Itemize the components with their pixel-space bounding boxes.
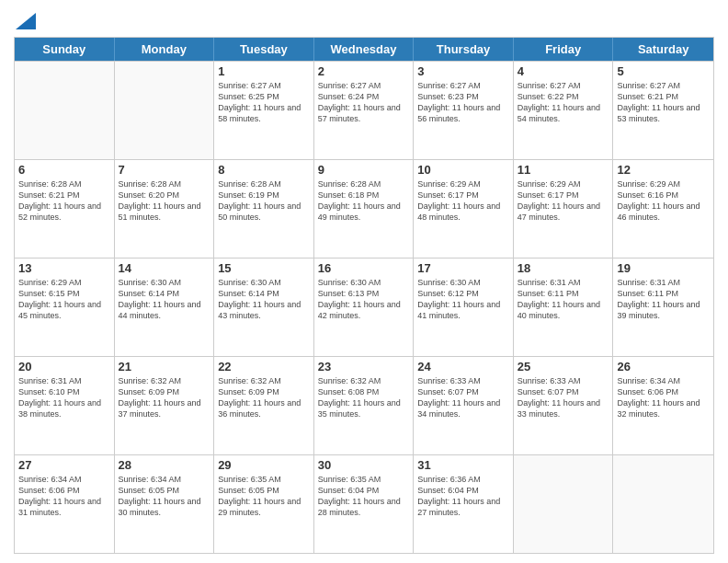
day-info: Sunrise: 6:31 AMSunset: 6:11 PMDaylight:… <box>617 277 710 322</box>
day-info: Sunrise: 6:27 AMSunset: 6:21 PMDaylight:… <box>617 80 710 125</box>
day-info: Sunrise: 6:27 AMSunset: 6:23 PMDaylight:… <box>417 80 509 125</box>
day-number: 9 <box>318 163 410 177</box>
day-number: 17 <box>417 261 509 275</box>
day-number: 29 <box>218 458 310 472</box>
day-header-thursday: Thursday <box>414 38 514 61</box>
calendar-cell: 2Sunrise: 6:27 AMSunset: 6:24 PMDaylight… <box>314 62 415 159</box>
day-header-wednesday: Wednesday <box>314 38 415 61</box>
calendar-cell: 31Sunrise: 6:36 AMSunset: 6:04 PMDayligh… <box>414 455 514 553</box>
day-info: Sunrise: 6:33 AMSunset: 6:07 PMDaylight:… <box>417 375 509 420</box>
day-number: 30 <box>318 458 410 472</box>
calendar-cell: 26Sunrise: 6:34 AMSunset: 6:06 PMDayligh… <box>613 357 713 454</box>
calendar-cell: 6Sunrise: 6:28 AMSunset: 6:21 PMDaylight… <box>15 160 115 258</box>
day-number: 24 <box>417 360 509 373</box>
calendar-cell: 21Sunrise: 6:32 AMSunset: 6:09 PMDayligh… <box>115 357 215 454</box>
calendar: SundayMondayTuesdayWednesdayThursdayFrid… <box>14 37 714 554</box>
day-info: Sunrise: 6:29 AMSunset: 6:17 PMDaylight:… <box>518 178 609 224</box>
day-number: 13 <box>18 261 110 275</box>
day-number: 16 <box>318 261 410 275</box>
day-info: Sunrise: 6:34 AMSunset: 6:05 PMDaylight:… <box>119 474 210 519</box>
calendar-row-3: 20Sunrise: 6:31 AMSunset: 6:10 PMDayligh… <box>15 356 713 454</box>
day-info: Sunrise: 6:29 AMSunset: 6:16 PMDaylight:… <box>617 178 710 224</box>
day-info: Sunrise: 6:29 AMSunset: 6:17 PMDaylight:… <box>417 178 509 224</box>
calendar-cell: 3Sunrise: 6:27 AMSunset: 6:23 PMDaylight… <box>414 62 514 159</box>
calendar-cell: 18Sunrise: 6:31 AMSunset: 6:11 PMDayligh… <box>514 259 614 356</box>
calendar-cell: 14Sunrise: 6:30 AMSunset: 6:14 PMDayligh… <box>115 259 215 356</box>
calendar-cell: 12Sunrise: 6:29 AMSunset: 6:16 PMDayligh… <box>613 160 713 258</box>
day-info: Sunrise: 6:27 AMSunset: 6:24 PMDaylight:… <box>318 80 410 125</box>
day-info: Sunrise: 6:30 AMSunset: 6:13 PMDaylight:… <box>318 277 410 322</box>
calendar-cell: 29Sunrise: 6:35 AMSunset: 6:05 PMDayligh… <box>214 455 314 553</box>
day-number: 18 <box>518 261 609 275</box>
day-number: 21 <box>119 360 210 373</box>
day-number: 27 <box>18 458 110 472</box>
calendar-cell: 8Sunrise: 6:28 AMSunset: 6:19 PMDaylight… <box>214 160 314 258</box>
calendar-cell <box>514 455 614 553</box>
calendar-cell: 28Sunrise: 6:34 AMSunset: 6:05 PMDayligh… <box>115 455 215 553</box>
day-info: Sunrise: 6:28 AMSunset: 6:21 PMDaylight:… <box>18 178 110 224</box>
calendar-cell: 9Sunrise: 6:28 AMSunset: 6:18 PMDaylight… <box>314 160 415 258</box>
day-number: 25 <box>518 360 609 373</box>
page: SundayMondayTuesdayWednesdayThursdayFrid… <box>0 0 728 563</box>
day-number: 22 <box>218 360 310 373</box>
day-info: Sunrise: 6:28 AMSunset: 6:18 PMDaylight:… <box>318 178 410 224</box>
day-info: Sunrise: 6:30 AMSunset: 6:14 PMDaylight:… <box>218 277 310 322</box>
day-info: Sunrise: 6:31 AMSunset: 6:11 PMDaylight:… <box>518 277 609 322</box>
calendar-cell: 23Sunrise: 6:32 AMSunset: 6:08 PMDayligh… <box>314 357 415 454</box>
calendar-row-1: 6Sunrise: 6:28 AMSunset: 6:21 PMDaylight… <box>15 159 713 258</box>
day-info: Sunrise: 6:36 AMSunset: 6:04 PMDaylight:… <box>417 474 509 519</box>
calendar-body: 1Sunrise: 6:27 AMSunset: 6:25 PMDaylight… <box>15 61 713 553</box>
calendar-cell: 11Sunrise: 6:29 AMSunset: 6:17 PMDayligh… <box>514 160 614 258</box>
logo <box>14 9 36 29</box>
day-info: Sunrise: 6:27 AMSunset: 6:22 PMDaylight:… <box>518 80 609 125</box>
calendar-cell: 20Sunrise: 6:31 AMSunset: 6:10 PMDayligh… <box>15 357 115 454</box>
calendar-cell: 27Sunrise: 6:34 AMSunset: 6:06 PMDayligh… <box>15 455 115 553</box>
calendar-cell: 19Sunrise: 6:31 AMSunset: 6:11 PMDayligh… <box>613 259 713 356</box>
calendar-row-0: 1Sunrise: 6:27 AMSunset: 6:25 PMDaylight… <box>15 61 713 159</box>
day-number: 5 <box>617 64 710 78</box>
day-number: 11 <box>518 163 609 177</box>
day-number: 23 <box>318 360 410 373</box>
day-header-sunday: Sunday <box>15 38 115 61</box>
day-number: 10 <box>417 163 509 177</box>
day-info: Sunrise: 6:30 AMSunset: 6:14 PMDaylight:… <box>119 277 210 322</box>
day-number: 26 <box>617 360 710 373</box>
day-number: 12 <box>617 163 710 177</box>
day-info: Sunrise: 6:32 AMSunset: 6:08 PMDaylight:… <box>318 375 410 420</box>
day-info: Sunrise: 6:29 AMSunset: 6:15 PMDaylight:… <box>18 277 110 322</box>
day-info: Sunrise: 6:33 AMSunset: 6:07 PMDaylight:… <box>518 375 609 420</box>
day-number: 3 <box>417 64 509 78</box>
day-number: 2 <box>318 64 410 78</box>
day-number: 1 <box>218 64 310 78</box>
calendar-cell: 22Sunrise: 6:32 AMSunset: 6:09 PMDayligh… <box>214 357 314 454</box>
day-info: Sunrise: 6:27 AMSunset: 6:25 PMDaylight:… <box>218 80 310 125</box>
day-number: 31 <box>417 458 509 472</box>
day-info: Sunrise: 6:28 AMSunset: 6:20 PMDaylight:… <box>119 178 210 224</box>
day-info: Sunrise: 6:34 AMSunset: 6:06 PMDaylight:… <box>617 375 710 420</box>
calendar-cell <box>613 455 713 553</box>
day-header-monday: Monday <box>115 38 215 61</box>
calendar-row-4: 27Sunrise: 6:34 AMSunset: 6:06 PMDayligh… <box>15 454 713 553</box>
day-number: 8 <box>218 163 310 177</box>
day-info: Sunrise: 6:34 AMSunset: 6:06 PMDaylight:… <box>18 474 110 519</box>
calendar-cell: 13Sunrise: 6:29 AMSunset: 6:15 PMDayligh… <box>15 259 115 356</box>
calendar-row-2: 13Sunrise: 6:29 AMSunset: 6:15 PMDayligh… <box>15 258 713 356</box>
day-number: 14 <box>119 261 210 275</box>
calendar-cell: 16Sunrise: 6:30 AMSunset: 6:13 PMDayligh… <box>314 259 415 356</box>
day-header-tuesday: Tuesday <box>214 38 314 61</box>
svg-marker-0 <box>16 13 36 29</box>
day-number: 28 <box>119 458 210 472</box>
calendar-cell: 4Sunrise: 6:27 AMSunset: 6:22 PMDaylight… <box>514 62 614 159</box>
day-info: Sunrise: 6:30 AMSunset: 6:12 PMDaylight:… <box>417 277 509 322</box>
logo-icon <box>16 13 36 29</box>
day-number: 19 <box>617 261 710 275</box>
day-number: 15 <box>218 261 310 275</box>
header <box>14 9 714 29</box>
calendar-cell: 15Sunrise: 6:30 AMSunset: 6:14 PMDayligh… <box>214 259 314 356</box>
day-info: Sunrise: 6:35 AMSunset: 6:04 PMDaylight:… <box>318 474 410 519</box>
day-number: 6 <box>18 163 110 177</box>
calendar-cell: 5Sunrise: 6:27 AMSunset: 6:21 PMDaylight… <box>613 62 713 159</box>
day-header-saturday: Saturday <box>613 38 713 61</box>
calendar-cell: 24Sunrise: 6:33 AMSunset: 6:07 PMDayligh… <box>414 357 514 454</box>
day-number: 7 <box>119 163 210 177</box>
